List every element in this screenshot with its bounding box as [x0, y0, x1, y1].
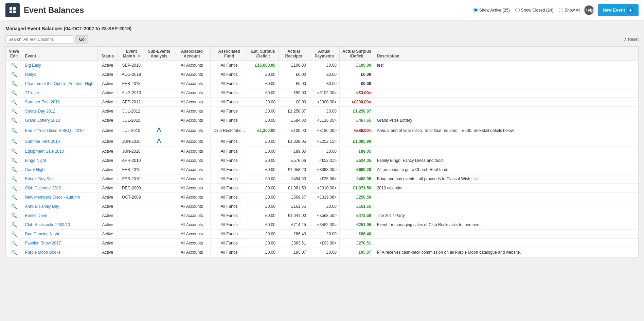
est-surplus-cell: £0.00 — [248, 116, 278, 125]
description-cell — [374, 107, 638, 116]
view-edit-cell[interactable]: 🔍 — [6, 220, 22, 230]
event-name-cell[interactable]: TT race — [22, 88, 97, 98]
event-name-cell[interactable]: Beetle Drive — [22, 211, 97, 220]
event-link[interactable]: New Members Disco - Autumn — [25, 195, 80, 200]
event-name-cell[interactable]: Grand Lottery 2010 — [22, 116, 97, 125]
event-link[interactable]: Sports Day 2012 — [25, 109, 55, 114]
event-name-cell[interactable]: Fashion Show 2017 — [22, 239, 97, 248]
event-name-cell[interactable]: Curry Night — [22, 165, 97, 174]
event-link[interactable]: TT race — [25, 90, 39, 95]
description-cell: Bring and buy events - all proceeds to C… — [374, 174, 638, 184]
col-header-month[interactable]: EventMonth ↓= — [118, 47, 145, 61]
event-name-cell[interactable]: New Members Disco - Autumn — [22, 193, 97, 202]
view-edit-cell[interactable]: 🔍 — [6, 70, 22, 79]
est-surplus-cell: £0.00 — [248, 79, 278, 88]
view-edit-cell[interactable]: 🔍 — [6, 79, 22, 88]
event-link[interactable]: Big Easy — [25, 63, 41, 68]
event-name-cell[interactable]: Bingo Night — [22, 156, 97, 165]
event-link[interactable]: Annual Family Day — [25, 204, 59, 209]
event-link[interactable]: Club Rucksacks 2009/10 — [25, 222, 70, 227]
event-link[interactable]: Summer Fete 2012 — [25, 100, 60, 104]
view-edit-cell[interactable]: 🔍 — [6, 147, 22, 156]
event-link[interactable]: Dad Dancing Night — [25, 232, 59, 236]
view-edit-cell[interactable]: 🔍 — [6, 156, 22, 165]
show-closed-label: Show Closed (24) — [521, 8, 553, 13]
event-name-cell[interactable]: Purple Moon Books — [22, 248, 97, 257]
view-edit-cell[interactable]: 🔍 — [6, 193, 22, 202]
sub-events-cell[interactable] — [145, 136, 173, 147]
description-cell — [374, 147, 638, 156]
view-edit-cell[interactable]: 🔍 — [6, 125, 22, 136]
event-name-cell[interactable]: Big Easy — [22, 61, 97, 70]
view-edit-cell[interactable]: 🔍 — [6, 88, 22, 98]
actual-surplus-cell: £250.59 — [339, 193, 374, 202]
status-cell: Active — [97, 174, 118, 184]
show-closed-option[interactable]: Show Closed (24) — [515, 8, 553, 13]
event-name-cell[interactable]: End of Year Disco & BBQ - 2010 — [22, 125, 97, 136]
show-all-option[interactable]: Show All — [559, 8, 580, 13]
view-edit-cell[interactable]: 🔍 — [6, 211, 22, 220]
view-edit-cell[interactable]: 🔍 — [6, 107, 22, 116]
event-link[interactable]: Bring'n'Buy Sale — [25, 176, 54, 181]
show-active-radio[interactable] — [473, 8, 478, 12]
show-active-option[interactable]: Show Active (25) — [473, 8, 510, 13]
reset-button[interactable]: ↺ Reset — [623, 37, 639, 42]
event-name-cell[interactable]: Sports Day 2012 — [22, 107, 97, 116]
event-link[interactable]: Rally1 — [25, 72, 36, 77]
status-cell: Active — [97, 202, 118, 211]
help-button[interactable]: Help — [584, 5, 594, 15]
event-link[interactable]: Beetle Drive — [25, 213, 47, 218]
event-name-cell[interactable]: Summer Fete 2010 — [22, 136, 97, 147]
col-header-event[interactable]: Event ↑↓ — [22, 47, 97, 61]
view-edit-cell[interactable]: 🔍 — [6, 98, 22, 107]
view-edit-cell[interactable]: 🔍 — [6, 136, 22, 147]
sub-events-cell[interactable] — [145, 125, 173, 136]
actual-surplus-cell: £524.05 — [339, 156, 374, 165]
event-name-cell[interactable]: Annual Family Day — [22, 202, 97, 211]
svg-point-10 — [157, 141, 159, 143]
view-edit-cell[interactable]: 🔍 — [6, 174, 22, 184]
actual-payments-cell: £0.00 — [309, 61, 339, 70]
view-edit-cell[interactable]: 🔍 — [6, 61, 22, 70]
view-edit-cell[interactable]: 🔍 — [6, 116, 22, 125]
event-link[interactable]: Curry Night — [25, 167, 46, 172]
show-all-radio[interactable] — [559, 8, 563, 12]
actual-payments-cell: £0.00 — [309, 248, 339, 257]
event-name-cell[interactable]: Rally1 — [22, 70, 97, 79]
event-name-cell[interactable]: Equipment Sale 2010 — [22, 147, 97, 156]
view-edit-cell[interactable]: 🔍 — [6, 165, 22, 174]
event-name-cell[interactable]: Phantom of the Opera - Amateur Night — [22, 79, 97, 88]
search-input[interactable] — [5, 35, 73, 44]
table-row: 🔍Purple Moon BooksActiveAll AccountsAll … — [6, 248, 638, 257]
actual-receipts-cell: £1,041.00 — [278, 211, 309, 220]
actual-surplus-cell: £1,071.50 — [339, 184, 374, 193]
event-link[interactable]: End of Year Disco & BBQ - 2010 — [25, 128, 84, 133]
status-cell: Active — [97, 147, 118, 156]
view-edit-cell[interactable]: 🔍 — [6, 202, 22, 211]
event-link[interactable]: Fashion Show 2017 — [25, 241, 61, 246]
est-surplus-cell: £0.00 — [248, 211, 278, 220]
col-header-status: Status — [97, 47, 118, 61]
event-link[interactable]: Phantom of the Opera - Amateur Night — [25, 81, 94, 86]
show-closed-radio[interactable] — [515, 8, 520, 12]
event-link[interactable]: Grand Lottery 2010 — [25, 118, 60, 123]
event-name-cell[interactable]: Club Rucksacks 2009/10 — [22, 220, 97, 230]
event-link[interactable]: Club Calendar 2010 — [25, 186, 61, 190]
new-event-button[interactable]: New Event + — [598, 4, 639, 16]
event-name-cell[interactable]: Summer Fete 2012 — [22, 98, 97, 107]
event-link[interactable]: Equipment Sale 2010 — [25, 149, 64, 154]
actual-surplus-cell: <£3.00> — [339, 88, 374, 98]
go-button[interactable]: Go — [75, 35, 88, 44]
event-link[interactable]: Summer Fete 2010 — [25, 139, 60, 144]
view-edit-cell[interactable]: 🔍 — [6, 239, 22, 248]
view-edit-cell[interactable]: 🔍 — [6, 248, 22, 257]
assoc-account-cell: All Accounts — [173, 165, 211, 174]
event-name-cell[interactable]: Club Calendar 2010 — [22, 184, 97, 193]
view-edit-cell[interactable]: 🔍 — [6, 230, 22, 239]
event-name-cell[interactable]: Bring'n'Buy Sale — [22, 174, 97, 184]
view-edit-cell[interactable]: 🔍 — [6, 184, 22, 193]
event-link[interactable]: Bingo Night — [25, 158, 46, 163]
event-name-cell[interactable]: Dad Dancing Night — [22, 230, 97, 239]
event-link[interactable]: Purple Moon Books — [25, 250, 60, 255]
status-cell: Active — [97, 193, 118, 202]
